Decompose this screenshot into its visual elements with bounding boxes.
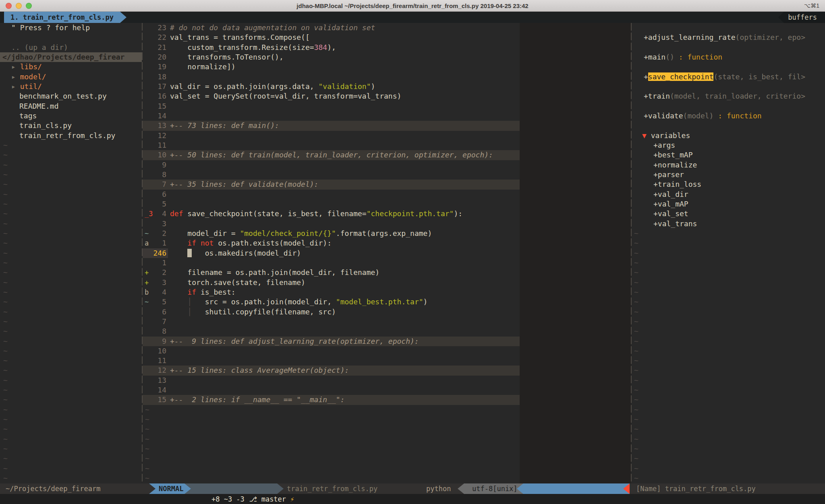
tree-item[interactable]: ~ bbox=[0, 190, 142, 199]
tag-entry[interactable]: +save_checkpoint(state, is_best, fil> bbox=[632, 72, 825, 82]
fold-line[interactable]: 13+-- 73 lines: def main(): bbox=[143, 121, 631, 130]
code-line[interactable]: 5 bbox=[143, 199, 631, 209]
tree-item[interactable]: train_cls.py bbox=[0, 121, 142, 130]
code-line[interactable]: 19 normalize]) bbox=[143, 62, 631, 72]
code-line[interactable]: 6 │ shutil.copyfile(filename, src) bbox=[143, 307, 631, 317]
code-editor[interactable]: 23# do not do data augmentation on valid… bbox=[143, 23, 631, 483]
code-line[interactable]: 7 bbox=[143, 317, 631, 326]
code-line[interactable]: 11 bbox=[143, 140, 631, 150]
tag-entry[interactable]: +adjust_learning_rate(optimizer, epo> bbox=[632, 33, 825, 42]
code-line[interactable]: 17val_dir = os.path.join(args.data, "val… bbox=[143, 82, 631, 91]
tag-entry[interactable]: +main() : function bbox=[632, 52, 825, 62]
code-line[interactable]: 11 bbox=[143, 356, 631, 366]
tree-item[interactable]: ~ bbox=[0, 278, 142, 287]
code-line[interactable]: +2 filename = os.path.join(model_dir, fi… bbox=[143, 268, 631, 277]
tree-item[interactable]: ~ bbox=[0, 366, 142, 375]
tree-item[interactable]: ~ bbox=[0, 434, 142, 444]
tree-item[interactable]: ~ bbox=[0, 405, 142, 415]
tag-entry[interactable]: +val_dir bbox=[632, 190, 825, 199]
tab-train-retr-from-cls[interactable]: 1. train_retr_from_cls.py bbox=[4, 12, 120, 23]
tree-item[interactable]: ~ bbox=[0, 464, 142, 473]
tree-item[interactable]: README.md bbox=[0, 101, 142, 111]
tree-item[interactable]: ~ bbox=[0, 268, 142, 277]
fold-line[interactable]: 7+-- 35 lines: def validate(model): bbox=[143, 180, 631, 189]
code-line[interactable]: 8 bbox=[143, 170, 631, 180]
code-line[interactable]: 20 transforms.ToTensor(), bbox=[143, 52, 631, 62]
code-line[interactable]: 13 bbox=[143, 376, 631, 385]
tag-entry[interactable]: +val_mAP bbox=[632, 199, 825, 209]
tag-entry[interactable]: +args bbox=[632, 140, 825, 150]
tree-item[interactable]: ~ bbox=[0, 424, 142, 434]
tree-item[interactable] bbox=[0, 33, 142, 42]
tree-item[interactable]: ~ bbox=[0, 140, 142, 150]
code-line[interactable]: 21 custom_transform.Resize(size=384), bbox=[143, 43, 631, 52]
tree-item[interactable]: ~ bbox=[0, 346, 142, 356]
tree-item[interactable]: ▸ libs/ bbox=[0, 62, 142, 72]
code-line[interactable]: 9 bbox=[143, 160, 631, 170]
tag-entry[interactable]: +train_loss bbox=[632, 180, 825, 189]
tree-item[interactable]: ~ bbox=[0, 209, 142, 219]
fold-line[interactable]: 10+-- 50 lines: def train(model, train_l… bbox=[143, 150, 631, 160]
tag-entry[interactable]: +val_set bbox=[632, 209, 825, 219]
tree-item[interactable]: ~ bbox=[0, 248, 142, 258]
tree-root[interactable]: </jdhao/Projects/deep_firear bbox=[0, 52, 142, 62]
code-line[interactable]: 3 bbox=[143, 219, 631, 229]
code-line[interactable]: 1 bbox=[143, 258, 631, 268]
tree-item[interactable]: ~ bbox=[0, 307, 142, 317]
tag-entry[interactable]: +val_trans bbox=[632, 219, 825, 229]
tree-item[interactable]: ~ bbox=[0, 395, 142, 405]
code-line[interactable]: 18 bbox=[143, 72, 631, 82]
tree-item[interactable]: ~ bbox=[0, 385, 142, 395]
tree-item[interactable]: ~ bbox=[0, 160, 142, 170]
tree-item[interactable]: train_retr_from_cls.py bbox=[0, 131, 142, 140]
command-line[interactable] bbox=[0, 494, 825, 504]
tag-entry[interactable]: +best_mAP bbox=[632, 150, 825, 160]
tree-item[interactable]: ~ bbox=[0, 337, 142, 346]
tree-item[interactable]: ~ bbox=[0, 317, 142, 326]
tree-item[interactable]: ~ bbox=[0, 238, 142, 248]
code-line[interactable]: 8 bbox=[143, 326, 631, 336]
tree-item[interactable]: ~ bbox=[0, 297, 142, 307]
tree-item[interactable]: " Press ? for help bbox=[0, 23, 142, 33]
tag-entry[interactable]: +validate(model) : function bbox=[632, 111, 825, 121]
code-line[interactable]: 14 bbox=[143, 111, 631, 121]
tree-item[interactable]: ~ bbox=[0, 219, 142, 229]
tree-item[interactable]: tags bbox=[0, 111, 142, 121]
code-line[interactable]: ~2 model_dir = "model/check_point/{}".fo… bbox=[143, 229, 631, 238]
fold-line[interactable]: 15+-- 2 lines: if __name__ == "__main__"… bbox=[143, 395, 631, 405]
tag-entry[interactable]: +parser bbox=[632, 170, 825, 180]
tree-item[interactable]: ~ bbox=[0, 454, 142, 463]
code-line[interactable]: a1 if not os.path.exists(model_dir): bbox=[143, 238, 631, 248]
buffers-label[interactable]: buffers bbox=[784, 12, 825, 23]
code-line[interactable]: 10 bbox=[143, 346, 631, 356]
code-line[interactable]: 12 bbox=[143, 131, 631, 140]
tree-item[interactable]: benchmark_on_test.py bbox=[0, 91, 142, 101]
tree-item[interactable]: ▸ model/ bbox=[0, 72, 142, 82]
code-line[interactable]: 14 bbox=[143, 385, 631, 395]
tree-item[interactable]: ▸ util/ bbox=[0, 82, 142, 91]
tag-entry[interactable]: +normalize bbox=[632, 160, 825, 170]
code-line[interactable]: 22val_trans = transforms.Compose([ bbox=[143, 33, 631, 42]
tag-kind-header[interactable]: ▼ variables bbox=[632, 131, 825, 140]
tree-item[interactable]: .. (up a dir) bbox=[0, 43, 142, 52]
tree-item[interactable]: ~ bbox=[0, 473, 142, 483]
tree-item[interactable]: ~ bbox=[0, 326, 142, 336]
fold-line[interactable]: 9+-- 9 lines: def adjust_learning_rate(o… bbox=[143, 337, 631, 346]
code-line[interactable]: ~5 │ src = os.path.join(model_dir, "mode… bbox=[143, 297, 631, 307]
tree-item[interactable]: ~ bbox=[0, 376, 142, 385]
code-line[interactable]: 23# do not do data augmentation on valid… bbox=[143, 23, 631, 33]
code-line[interactable]: 15 bbox=[143, 101, 631, 111]
tree-item[interactable]: ~ bbox=[0, 170, 142, 180]
fold-line[interactable]: 12+-- 15 lines: class AverageMeter(objec… bbox=[143, 366, 631, 375]
code-line[interactable]: +3 torch.save(state, filename) bbox=[143, 278, 631, 287]
tree-item[interactable]: ~ bbox=[0, 356, 142, 366]
code-line[interactable]: b4 if is_best: bbox=[143, 287, 631, 297]
tree-item[interactable]: ~ bbox=[0, 199, 142, 209]
tree-item[interactable]: ~ bbox=[0, 287, 142, 297]
tree-item[interactable]: ~ bbox=[0, 229, 142, 238]
code-line[interactable]: 16val_set = QuerySet(root=val_dir, trans… bbox=[143, 91, 631, 101]
tree-item[interactable]: ~ bbox=[0, 258, 142, 268]
code-line[interactable]: 6 bbox=[143, 190, 631, 199]
tree-item[interactable]: ~ bbox=[0, 444, 142, 454]
tree-item[interactable]: ~ bbox=[0, 180, 142, 189]
